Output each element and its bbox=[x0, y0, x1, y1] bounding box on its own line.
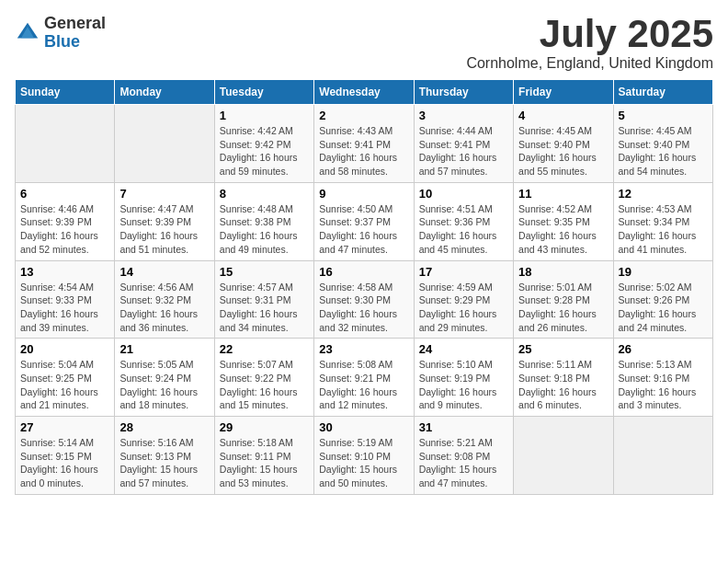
calendar-cell bbox=[115, 105, 214, 183]
day-number: 4 bbox=[518, 109, 608, 122]
day-info: Sunrise: 4:42 AM Sunset: 9:42 PM Dayligh… bbox=[220, 124, 309, 178]
day-number: 15 bbox=[220, 265, 309, 279]
calendar-cell: 22Sunrise: 5:07 AM Sunset: 9:22 PM Dayli… bbox=[214, 339, 313, 417]
day-number: 2 bbox=[319, 109, 408, 122]
logo-general: General bbox=[44, 15, 106, 33]
calendar-cell bbox=[16, 105, 115, 183]
calendar-cell: 12Sunrise: 4:53 AM Sunset: 9:34 PM Dayli… bbox=[613, 182, 712, 260]
day-number: 21 bbox=[119, 342, 209, 356]
day-number: 5 bbox=[619, 109, 708, 122]
day-number: 27 bbox=[20, 420, 109, 434]
calendar-week-row: 13Sunrise: 4:54 AM Sunset: 9:33 PM Dayli… bbox=[16, 260, 713, 339]
day-info: Sunrise: 5:11 AM Sunset: 9:18 PM Dayligh… bbox=[518, 358, 608, 412]
calendar-cell: 16Sunrise: 4:58 AM Sunset: 9:30 PM Dayli… bbox=[314, 260, 414, 339]
day-info: Sunrise: 5:10 AM Sunset: 9:19 PM Dayligh… bbox=[419, 358, 508, 412]
day-number: 3 bbox=[419, 109, 508, 122]
day-info: Sunrise: 4:54 AM Sunset: 9:33 PM Dayligh… bbox=[20, 281, 109, 335]
day-number: 29 bbox=[220, 420, 309, 434]
day-info: Sunrise: 4:47 AM Sunset: 9:39 PM Dayligh… bbox=[119, 202, 209, 257]
logo: General Blue bbox=[15, 15, 106, 52]
day-number: 17 bbox=[419, 265, 508, 279]
day-number: 20 bbox=[20, 342, 109, 356]
day-number: 1 bbox=[220, 109, 309, 122]
day-number: 6 bbox=[20, 187, 109, 201]
calendar-cell bbox=[514, 417, 613, 495]
day-number: 22 bbox=[220, 342, 309, 356]
calendar-week-row: 27Sunrise: 5:14 AM Sunset: 9:15 PM Dayli… bbox=[16, 417, 713, 495]
calendar-cell: 4Sunrise: 4:45 AM Sunset: 9:40 PM Daylig… bbox=[514, 105, 613, 183]
day-number: 14 bbox=[119, 265, 209, 279]
calendar-cell: 7Sunrise: 4:47 AM Sunset: 9:39 PM Daylig… bbox=[115, 182, 214, 260]
day-number: 13 bbox=[20, 265, 109, 279]
day-info: Sunrise: 4:58 AM Sunset: 9:30 PM Dayligh… bbox=[319, 281, 408, 335]
day-number: 25 bbox=[518, 342, 608, 356]
calendar-cell: 24Sunrise: 5:10 AM Sunset: 9:19 PM Dayli… bbox=[414, 339, 513, 417]
day-info: Sunrise: 4:45 AM Sunset: 9:40 PM Dayligh… bbox=[518, 124, 608, 178]
day-info: Sunrise: 4:46 AM Sunset: 9:39 PM Dayligh… bbox=[20, 202, 109, 257]
day-number: 24 bbox=[419, 342, 508, 356]
day-info: Sunrise: 5:05 AM Sunset: 9:24 PM Dayligh… bbox=[119, 358, 209, 412]
day-number: 9 bbox=[319, 187, 408, 201]
header-saturday: Saturday bbox=[613, 80, 712, 105]
calendar-cell: 3Sunrise: 4:44 AM Sunset: 9:41 PM Daylig… bbox=[414, 105, 513, 183]
day-info: Sunrise: 5:08 AM Sunset: 9:21 PM Dayligh… bbox=[319, 358, 408, 412]
calendar-week-row: 6Sunrise: 4:46 AM Sunset: 9:39 PM Daylig… bbox=[16, 182, 713, 260]
day-info: Sunrise: 5:14 AM Sunset: 9:15 PM Dayligh… bbox=[20, 436, 109, 490]
day-info: Sunrise: 4:53 AM Sunset: 9:34 PM Dayligh… bbox=[619, 202, 708, 257]
header-thursday: Thursday bbox=[414, 80, 513, 105]
day-number: 16 bbox=[319, 265, 408, 279]
day-info: Sunrise: 4:45 AM Sunset: 9:40 PM Dayligh… bbox=[619, 124, 708, 178]
day-number: 31 bbox=[419, 420, 508, 434]
calendar-cell: 14Sunrise: 4:56 AM Sunset: 9:32 PM Dayli… bbox=[115, 260, 214, 339]
calendar-week-row: 20Sunrise: 5:04 AM Sunset: 9:25 PM Dayli… bbox=[16, 339, 713, 417]
calendar-cell: 17Sunrise: 4:59 AM Sunset: 9:29 PM Dayli… bbox=[414, 260, 513, 339]
day-info: Sunrise: 4:48 AM Sunset: 9:38 PM Dayligh… bbox=[220, 202, 309, 257]
location-subtitle: Cornholme, England, United Kingdom bbox=[466, 55, 713, 72]
header-sunday: Sunday bbox=[16, 80, 115, 105]
day-info: Sunrise: 5:13 AM Sunset: 9:16 PM Dayligh… bbox=[619, 358, 708, 412]
calendar-cell: 13Sunrise: 4:54 AM Sunset: 9:33 PM Dayli… bbox=[16, 260, 115, 339]
day-info: Sunrise: 5:18 AM Sunset: 9:11 PM Dayligh… bbox=[220, 436, 309, 490]
day-number: 28 bbox=[119, 420, 209, 434]
day-number: 8 bbox=[220, 187, 309, 201]
day-info: Sunrise: 5:16 AM Sunset: 9:13 PM Dayligh… bbox=[119, 436, 209, 490]
month-year-title: July 2025 bbox=[466, 15, 713, 53]
day-number: 12 bbox=[619, 187, 708, 201]
calendar-table: SundayMondayTuesdayWednesdayThursdayFrid… bbox=[15, 79, 713, 495]
day-info: Sunrise: 4:44 AM Sunset: 9:41 PM Dayligh… bbox=[419, 124, 508, 178]
header-monday: Monday bbox=[115, 80, 214, 105]
calendar-week-row: 1Sunrise: 4:42 AM Sunset: 9:42 PM Daylig… bbox=[16, 105, 713, 183]
day-info: Sunrise: 5:04 AM Sunset: 9:25 PM Dayligh… bbox=[20, 358, 109, 412]
day-number: 11 bbox=[518, 187, 608, 201]
calendar-cell bbox=[613, 417, 712, 495]
day-info: Sunrise: 4:51 AM Sunset: 9:36 PM Dayligh… bbox=[419, 202, 508, 257]
calendar-cell: 6Sunrise: 4:46 AM Sunset: 9:39 PM Daylig… bbox=[16, 182, 115, 260]
calendar-cell: 9Sunrise: 4:50 AM Sunset: 9:37 PM Daylig… bbox=[314, 182, 414, 260]
day-info: Sunrise: 4:59 AM Sunset: 9:29 PM Dayligh… bbox=[419, 281, 508, 335]
calendar-cell: 25Sunrise: 5:11 AM Sunset: 9:18 PM Dayli… bbox=[514, 339, 613, 417]
day-info: Sunrise: 4:52 AM Sunset: 9:35 PM Dayligh… bbox=[518, 202, 608, 257]
calendar-cell: 1Sunrise: 4:42 AM Sunset: 9:42 PM Daylig… bbox=[214, 105, 313, 183]
day-info: Sunrise: 4:56 AM Sunset: 9:32 PM Dayligh… bbox=[119, 281, 209, 335]
day-info: Sunrise: 5:01 AM Sunset: 9:28 PM Dayligh… bbox=[518, 281, 608, 335]
calendar-cell: 2Sunrise: 4:43 AM Sunset: 9:41 PM Daylig… bbox=[314, 105, 414, 183]
calendar-cell: 27Sunrise: 5:14 AM Sunset: 9:15 PM Dayli… bbox=[16, 417, 115, 495]
logo-text: General Blue bbox=[44, 15, 106, 52]
day-number: 18 bbox=[518, 265, 608, 279]
calendar-cell: 15Sunrise: 4:57 AM Sunset: 9:31 PM Dayli… bbox=[214, 260, 313, 339]
day-number: 23 bbox=[319, 342, 408, 356]
calendar-cell: 5Sunrise: 4:45 AM Sunset: 9:40 PM Daylig… bbox=[613, 105, 712, 183]
calendar-cell: 23Sunrise: 5:08 AM Sunset: 9:21 PM Dayli… bbox=[314, 339, 414, 417]
calendar-cell: 18Sunrise: 5:01 AM Sunset: 9:28 PM Dayli… bbox=[514, 260, 613, 339]
header-wednesday: Wednesday bbox=[314, 80, 414, 105]
calendar-cell: 20Sunrise: 5:04 AM Sunset: 9:25 PM Dayli… bbox=[16, 339, 115, 417]
calendar-cell: 8Sunrise: 4:48 AM Sunset: 9:38 PM Daylig… bbox=[214, 182, 313, 260]
calendar-cell: 10Sunrise: 4:51 AM Sunset: 9:36 PM Dayli… bbox=[414, 182, 513, 260]
day-info: Sunrise: 4:50 AM Sunset: 9:37 PM Dayligh… bbox=[319, 202, 408, 257]
calendar-cell: 29Sunrise: 5:18 AM Sunset: 9:11 PM Dayli… bbox=[214, 417, 313, 495]
calendar-header-row: SundayMondayTuesdayWednesdayThursdayFrid… bbox=[16, 80, 713, 105]
day-info: Sunrise: 5:07 AM Sunset: 9:22 PM Dayligh… bbox=[220, 358, 309, 412]
day-number: 7 bbox=[119, 187, 209, 201]
day-number: 10 bbox=[419, 187, 508, 201]
header-tuesday: Tuesday bbox=[214, 80, 313, 105]
